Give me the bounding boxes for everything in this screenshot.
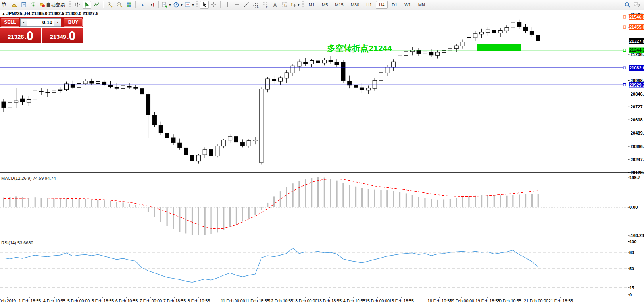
candle-body-down (46, 92, 50, 93)
candle-body-up (266, 79, 270, 89)
rsi-tick-label: 0 (629, 293, 632, 297)
time-tick-label: 6 Feb 10:55 (115, 298, 138, 303)
candle-body-up (8, 103, 12, 108)
candle (215, 144, 219, 157)
annotation-text[interactable]: 多空转折点21244 (327, 44, 392, 53)
buy-button[interactable]: BUY (64, 18, 83, 27)
candle-body-up (58, 89, 62, 91)
time-tick-label: 13 Feb 00:00 (293, 298, 317, 303)
level-price-text: 21082.6 (629, 65, 644, 70)
time-tick-label: 1 Feb 18:55 (19, 298, 41, 303)
candle-body-up (260, 89, 263, 163)
candle-body-up (222, 140, 226, 146)
candle-body-up (436, 52, 440, 55)
candle-body-up (77, 84, 81, 88)
candle-body-down (316, 61, 320, 63)
buy-price-fraction: 0 (69, 30, 75, 42)
candle-body-up (310, 61, 314, 64)
candle-body-down (209, 149, 213, 156)
candle-body-up (366, 88, 370, 90)
level-price-text: 21244.3 (629, 48, 644, 52)
time-tick-label: 12 Feb 10:55 (269, 298, 293, 303)
candle-body-down (108, 85, 112, 87)
candle-body-up (505, 28, 509, 31)
price-tick-label: 20608.0 (631, 117, 644, 122)
candle-body-down (341, 62, 345, 81)
line-handle[interactable] (623, 26, 626, 28)
candle-body-up (480, 32, 484, 34)
candle-body-down (115, 87, 119, 88)
candle-body-down (190, 155, 194, 161)
chart-symbol-period: JPN225-,H4 (6, 11, 31, 16)
line-handle[interactable] (623, 49, 626, 51)
mt4-window: 单 自动交易▼▼▼EFAT▼M1M5M15M30H1H4D1W1MN ▲JPN2… (0, 0, 644, 306)
candle-body-up (322, 60, 326, 63)
candle-body-up (404, 51, 408, 55)
price-tick-label: 20727.0 (631, 104, 644, 109)
candle-body-up (27, 100, 31, 102)
time-tick-label: 7 Feb 00:00 (140, 298, 162, 303)
time-tick-label: 13 Feb 18:55 (317, 298, 342, 303)
chart-background (0, 10, 644, 306)
time-tick-label: 14 Feb 10:55 (341, 298, 365, 303)
time-tick-label: 18 Feb 10:55 (427, 298, 452, 303)
time-tick-label: 19 Feb 00:00 (450, 298, 474, 303)
sell-button[interactable]: SELL (1, 18, 19, 27)
candle-body-down (90, 81, 94, 83)
candle-body-up (442, 51, 446, 53)
volume-input[interactable] (27, 18, 54, 27)
candle-body-down (429, 52, 433, 55)
candle-body-up (498, 31, 502, 33)
buy-price-button[interactable]: 21349.0 (42, 28, 83, 43)
candle-body-up (52, 90, 56, 93)
chart-canvas[interactable]: 多空转折点21244MACD(12,26,9) 74.59 94.74RSI(1… (0, 0, 644, 306)
candle-body-down (152, 115, 156, 125)
candle-body-up (467, 38, 471, 42)
candle-body-up (203, 150, 207, 155)
candle-body-up (423, 52, 427, 54)
candle-body-up (196, 155, 200, 161)
time-tick-label: 11 Feb 00:00 (221, 298, 245, 303)
sell-price-button[interactable]: 21326.0 (0, 28, 41, 43)
line-handle[interactable] (623, 16, 626, 18)
candle-body-down (354, 86, 358, 88)
chart-ohlc-values: 21385.0 21392.5 21300.0 21327.5 (32, 11, 98, 16)
chart-title: ▲JPN225-,H4 21385.0 21392.5 21300.0 2132… (2, 11, 98, 16)
sell-price-main: 21326 (8, 32, 24, 42)
candle-body-up (285, 73, 288, 78)
macd-tick-label: 169.7 (629, 175, 640, 180)
candle-body-down (417, 50, 421, 53)
volume-increase-button[interactable]: ▲ (54, 18, 61, 27)
candle-body-up (121, 86, 125, 89)
candle-body-down (304, 62, 308, 64)
candle-body-up (486, 30, 490, 32)
candle-body-down (127, 86, 131, 87)
price-tick-label: 20489.0 (631, 131, 644, 135)
candle-body-up (461, 42, 465, 46)
candle-body-up (253, 140, 257, 141)
candle-body-down (517, 22, 521, 26)
one-click-trading-panel: SELL ▼ ▲ BUY 21326.0 21349.0 (0, 17, 83, 43)
time-tick-label: 20 Feb 10:55 (497, 298, 521, 303)
candle-body-up (33, 91, 37, 100)
candle-body-up (398, 55, 402, 62)
level-price-text: 20929.3 (629, 83, 644, 87)
line-handle[interactable] (623, 67, 626, 69)
buy-price-main: 21349 (50, 32, 66, 42)
candle-body-up (448, 48, 452, 51)
line-handle[interactable] (623, 84, 626, 86)
rsi-tick-label: 15 (629, 285, 634, 290)
time-tick-label: 15 Feb 00:00 (365, 298, 390, 303)
chart-symbol-marker-icon: ▲ (2, 12, 5, 15)
candle-body-down (39, 91, 43, 92)
candle (260, 87, 263, 164)
candle-body-down (272, 79, 276, 81)
candle-body-up (228, 136, 232, 140)
candle-body-up (247, 141, 251, 146)
candle-body-down (140, 89, 144, 94)
candle-body-up (379, 73, 383, 81)
price-tick-label: 20846.0 (631, 92, 644, 96)
volume-decrease-button[interactable]: ▼ (20, 18, 27, 27)
candle-body-up (278, 78, 282, 81)
candle-body-up (373, 80, 377, 88)
